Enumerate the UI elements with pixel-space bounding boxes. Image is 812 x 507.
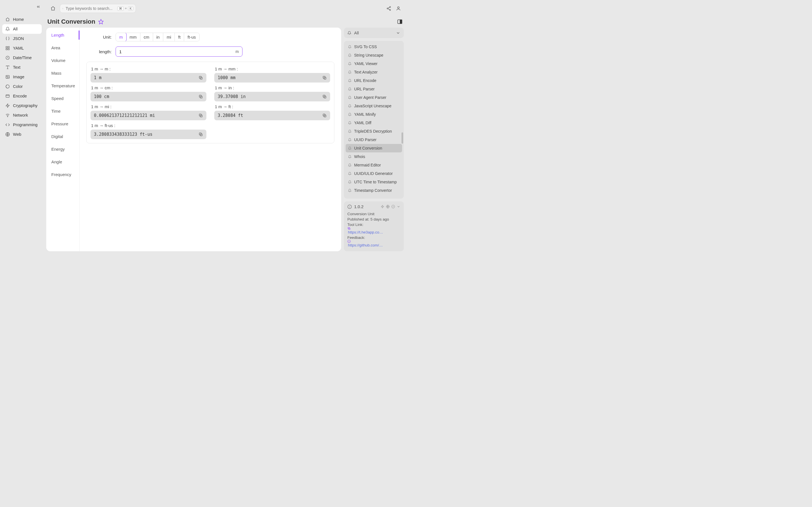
bell-icon: [348, 147, 352, 150]
tab-frequency[interactable]: Frequency: [46, 168, 79, 181]
sidebar-item-date-time[interactable]: Date/Time: [2, 53, 42, 62]
copy-icon[interactable]: [199, 75, 203, 80]
tool-item-uuid-ulid-generator[interactable]: UUID/ULID Generator: [346, 169, 402, 178]
tool-item-utc-time-to-timestamp[interactable]: UTC Time to Timestamp: [346, 178, 402, 186]
copy-icon[interactable]: [199, 132, 203, 136]
scrollbar-thumb[interactable]: [402, 132, 403, 144]
tab-area[interactable]: Area: [46, 41, 79, 54]
tool-item-label: User Agent Parser: [354, 95, 386, 100]
tool-item-yaml-minify[interactable]: YAML Minify: [346, 110, 402, 119]
main-panel: LengthAreaVolumeMassTemperatureSpeedTime…: [46, 27, 341, 251]
feedback-icon[interactable]: [347, 240, 400, 243]
sidebar-item-color[interactable]: Color: [2, 82, 42, 91]
copy-link-icon[interactable]: [347, 227, 400, 230]
tab-pressure[interactable]: Pressure: [46, 117, 79, 130]
svg-point-18: [387, 8, 388, 9]
chevron-down-icon[interactable]: [397, 205, 400, 209]
svg-line-20: [388, 7, 390, 8]
tool-item-whois[interactable]: Whois: [346, 152, 402, 161]
bell-icon: [348, 113, 352, 116]
tab-length[interactable]: Length: [46, 29, 79, 41]
sidebar-item-label: Programming: [13, 122, 38, 127]
share-icon[interactable]: [386, 6, 391, 11]
sidebar-item-image[interactable]: Image: [2, 72, 42, 82]
panel-toggle-icon[interactable]: [397, 19, 403, 24]
tool-item-uuid-parser[interactable]: UUID Parser: [346, 135, 402, 144]
bell-icon: [348, 87, 352, 91]
unit-option-m[interactable]: m: [116, 33, 126, 41]
svg-marker-23: [99, 19, 103, 24]
right-filter-dropdown[interactable]: All: [344, 27, 404, 38]
home-button[interactable]: [49, 4, 57, 12]
profile-icon[interactable]: [396, 6, 401, 11]
result-value: 39.37008 in: [214, 92, 330, 101]
search-box[interactable]: ⌘ + K: [60, 4, 136, 13]
tool-link[interactable]: https://t.he3app.co…: [348, 230, 383, 234]
feedback-link[interactable]: https://github.com/…: [348, 243, 383, 247]
tool-item-user-agent-parser[interactable]: User Agent Parser: [346, 93, 402, 102]
sidebar-item-json[interactable]: JSON: [2, 34, 42, 43]
tab-speed[interactable]: Speed: [46, 92, 79, 105]
tool-item-svg-to-css[interactable]: SVG To CSS: [346, 43, 402, 51]
tool-item-tripledes-decryption[interactable]: TripleDES Decryption: [346, 127, 402, 135]
unit-option-cm[interactable]: cm: [140, 33, 153, 41]
copy-icon[interactable]: [322, 94, 327, 99]
tool-item-unit-conversion[interactable]: Unit Conversion: [346, 144, 402, 152]
copy-icon[interactable]: [199, 113, 203, 118]
sidebar-item-network[interactable]: Network: [2, 110, 42, 120]
tool-item-text-analyzer[interactable]: Text Analyzer: [346, 68, 402, 76]
tool-item-yaml-diff[interactable]: YAML Diff: [346, 119, 402, 127]
tool-item-url-parser[interactable]: URL Parser: [346, 85, 402, 93]
tool-item-mermaid-editor[interactable]: Mermaid Editor: [346, 161, 402, 169]
result-value: 1000 mm: [214, 73, 330, 82]
sidebar-item-home[interactable]: Home: [2, 15, 42, 24]
sidebar-item-text[interactable]: Text: [2, 62, 42, 72]
copy-icon[interactable]: [322, 75, 327, 80]
search-input[interactable]: [66, 6, 115, 11]
tab-energy[interactable]: Energy: [46, 143, 79, 156]
copy-icon[interactable]: [322, 113, 327, 118]
tool-item-label: UTC Time to Timestamp: [354, 180, 397, 184]
favorite-star-icon[interactable]: [98, 19, 104, 24]
wifi-icon: [5, 113, 10, 118]
tool-item-timestamp-convertor[interactable]: Timestamp Convertor: [346, 186, 402, 194]
copy-icon[interactable]: [199, 94, 203, 99]
length-input[interactable]: [119, 49, 236, 54]
search-shortcut: ⌘ + K: [117, 6, 133, 11]
sidebar-item-web[interactable]: Web: [2, 129, 42, 139]
unit-option-mi[interactable]: mi: [163, 33, 175, 41]
tool-item-url-encode[interactable]: URL Encode: [346, 76, 402, 85]
tool-item-string-unescape[interactable]: String Unescape: [346, 51, 402, 59]
tool-list[interactable]: SVG To CSSString UnescapeYAML ViewerText…: [344, 41, 404, 199]
sidebar-item-yaml[interactable]: YAML: [2, 43, 42, 53]
result-label: 1 m → in :: [214, 83, 330, 92]
bell-icon: [348, 45, 352, 49]
tab-temperature[interactable]: Temperature: [46, 79, 79, 92]
sidebar-item-programming[interactable]: Programming: [2, 120, 42, 129]
tab-mass[interactable]: Mass: [46, 67, 79, 79]
svg-line-16: [63, 9, 63, 9]
length-input-wrap[interactable]: m: [116, 47, 243, 57]
info-feedback: Feedback: https://github.com/…: [347, 235, 400, 247]
unit-option-mm[interactable]: mm: [126, 33, 140, 41]
sidebar-item-encode[interactable]: Encode: [2, 91, 42, 101]
unit-option-ft-us[interactable]: ft-us: [184, 33, 199, 41]
tool-item-yaml-viewer[interactable]: YAML Viewer: [346, 59, 402, 68]
result-block: 1 m → mi : 0.0006213712121212121 mi: [91, 103, 206, 120]
info-toollink: Tool Link: https://t.he3app.co…: [347, 223, 400, 234]
tab-volume[interactable]: Volume: [46, 54, 79, 67]
sidebar-item-cryptography[interactable]: Cryptography: [2, 101, 42, 110]
tool-item-label: YAML Diff: [354, 121, 371, 125]
collapse-sidebar-button[interactable]: [36, 4, 41, 9]
sidebar-item-all[interactable]: All: [2, 24, 42, 34]
tab-time[interactable]: Time: [46, 105, 79, 117]
svg-point-48: [348, 240, 350, 243]
tab-digital[interactable]: Digital: [46, 130, 79, 143]
unit-option-in[interactable]: in: [153, 33, 163, 41]
sidebar-item-label: All: [13, 27, 17, 31]
result-label: 1 m → mi :: [91, 103, 206, 111]
unit-option-ft[interactable]: ft: [175, 33, 184, 41]
result-block: 1 m → ft-us : 3.280833438333123 ft-us: [91, 121, 206, 139]
tab-angle[interactable]: Angle: [46, 156, 79, 168]
tool-item-javascript-unescape[interactable]: JavaScript Unescape: [346, 102, 402, 110]
